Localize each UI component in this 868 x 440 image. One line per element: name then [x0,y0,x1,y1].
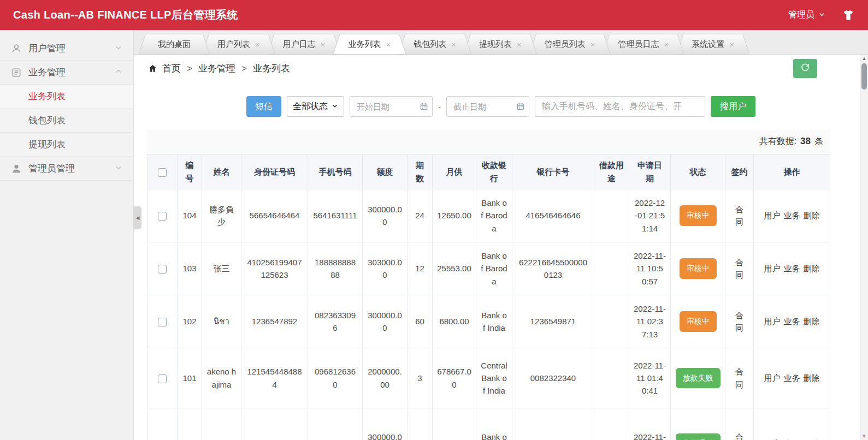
status-button[interactable]: 审核中 [680,311,717,332]
refresh-button[interactable] [793,59,817,78]
tab-close-icon[interactable]: × [255,40,260,49]
status-button[interactable]: 审核通过 [676,433,721,440]
actions-cell: 用户业务删除 [754,189,830,242]
status-button[interactable]: 审核中 [680,258,717,279]
tab-close-icon[interactable]: × [591,40,595,49]
status-button[interactable]: 放款失败 [676,368,721,389]
row-date: 2022-11-11 02:37:13 [629,295,671,348]
sidebar-item-1-0[interactable]: 业务列表 [0,85,133,109]
column-header: 手机号码 [308,154,363,189]
scroll-up-arrow[interactable]: ▲ [860,56,868,61]
tab-close-icon[interactable]: × [321,40,326,49]
theme-tshirt-icon[interactable] [842,9,855,22]
record-count-value: 38 [800,136,811,147]
row-name: 张三 [202,242,241,295]
row-card: 0082322340 [512,348,594,408]
tab-label: 用户列表 [217,39,250,50]
tab-1[interactable]: 用户列表× [203,34,275,54]
tab-0[interactable]: 我的桌面 [139,34,209,54]
tab-5[interactable]: 提现列表× [464,34,536,54]
tab-close-icon[interactable]: × [517,40,522,49]
column-header: 月供 [433,154,476,189]
action-business-link[interactable]: 业务 [784,317,800,326]
search-user-button[interactable]: 搜用户 [711,96,755,117]
scrollbar-thumb[interactable] [861,63,867,90]
row-checkbox[interactable] [158,318,167,326]
sidebar-group-0[interactable]: 用户管理 [0,37,133,61]
contract-link[interactable]: 合同 [735,203,744,229]
contract-link[interactable]: 合同 [735,256,744,282]
calendar-icon[interactable] [516,102,525,111]
action-delete-link[interactable]: 删除 [804,373,820,383]
row-checkbox[interactable] [158,374,167,383]
tab-3[interactable]: 业务列表× [334,34,406,54]
user-icon [11,43,22,54]
action-user-link[interactable]: 用户 [764,373,781,383]
breadcrumb-item-2[interactable]: 业务列表 [253,63,290,74]
sms-button[interactable]: 短信 [246,96,281,117]
table-row: 101akeno hajima1215454484884096812636020… [147,348,830,408]
tab-4[interactable]: 钱包列表× [399,34,471,54]
calendar-icon[interactable] [420,102,428,111]
tab-close-icon[interactable]: × [386,40,391,49]
tab-strip: 我的桌面用户列表×用户日志×业务列表×钱包列表×提现列表×管理员列表×管理员日志… [134,30,868,55]
action-user-link[interactable]: 用户 [764,211,781,220]
breadcrumb-item-0[interactable]: 首页 [162,63,181,74]
tab-7[interactable]: 管理员日志× [604,34,684,54]
action-business-link[interactable]: 业务 [784,211,800,220]
row-checkbox[interactable] [158,212,167,221]
sidebar-group-2[interactable]: 管理员管理 [0,157,133,181]
scroll-down-arrow[interactable]: ▼ [860,433,868,439]
sidebar-group-1[interactable]: 业务管理 [0,61,133,85]
tab-close-icon[interactable]: × [664,40,669,49]
row-checkbox[interactable] [158,265,167,273]
action-delete-link[interactable]: 删除 [804,211,820,220]
tab-8[interactable]: 系统设置× [677,34,749,54]
vertical-scrollbar[interactable]: ▲ ▼ [860,55,868,440]
admin-dropdown[interactable]: 管理员 [788,9,825,21]
row-name: Subha [202,408,241,440]
tab-close-icon[interactable]: × [451,40,456,49]
sidebar-item-1-1[interactable]: 钱包列表 [0,109,133,133]
tab-label: 管理员日志 [618,39,659,50]
main-layout: 用户管理业务管理业务列表钱包列表提现列表管理员管理 ◀ 我的桌面用户列表×用户日… [0,30,868,440]
status-filter-select[interactable]: 全部状态 [287,96,344,117]
sidebar-collapse-handle[interactable]: ◀ [134,206,141,229]
action-delete-link[interactable]: 删除 [804,264,820,273]
table-row: 102นิชา12365478920823633096300000.006068… [147,295,830,348]
tab-close-icon[interactable]: × [729,40,734,49]
topbar: Cash Loan--AB FINANCE LLP后台管理系统 管理员 [0,0,868,30]
contract-link[interactable]: 合同 [735,309,744,335]
select-all-checkbox[interactable] [158,168,167,177]
row-bank: Bank of India [476,295,512,348]
row-monthly: 678667.00 [433,348,476,408]
search-input[interactable] [535,96,705,117]
filter-toolbar: 短信 全部状态 - 搜用户 [134,96,868,117]
sign-cell: 合同 [725,408,754,440]
row-id-card: 56654646464 [241,189,308,242]
tab-label: 钱包列表 [414,39,446,50]
row-phone: 0823633096 [308,295,363,348]
row-date: 2022-11-09 1 [629,408,671,440]
tab-6[interactable]: 管理员列表× [530,34,610,54]
status-button[interactable]: 审核中 [680,205,717,226]
action-business-link[interactable]: 业务 [784,373,800,383]
action-delete-link[interactable]: 删除 [804,317,820,326]
row-monthly: 12650.00 [433,189,476,242]
row-periods: 60 [408,295,433,348]
contract-link[interactable]: 合同 [735,431,744,440]
select-all-cell [147,154,178,189]
breadcrumb-item-1[interactable]: 业务管理 [198,63,235,74]
chevron-down-icon [115,163,122,174]
action-user-link[interactable]: 用户 [764,317,781,326]
sidebar-item-1-2[interactable]: 提现列表 [0,133,133,157]
tab-inner: 用户日志× [268,34,340,54]
breadcrumb: 首页>业务管理>业务列表 [134,55,868,82]
action-business-link[interactable]: 业务 [784,264,800,273]
tab-2[interactable]: 用户日志× [268,34,340,54]
row-periods: 12 [408,408,433,440]
table-body: 104勝多負少566546464645641631111300000.00241… [147,189,830,440]
contract-link[interactable]: 合同 [735,365,744,391]
action-user-link[interactable]: 用户 [764,264,781,273]
column-header: 身份证号码 [241,154,308,189]
